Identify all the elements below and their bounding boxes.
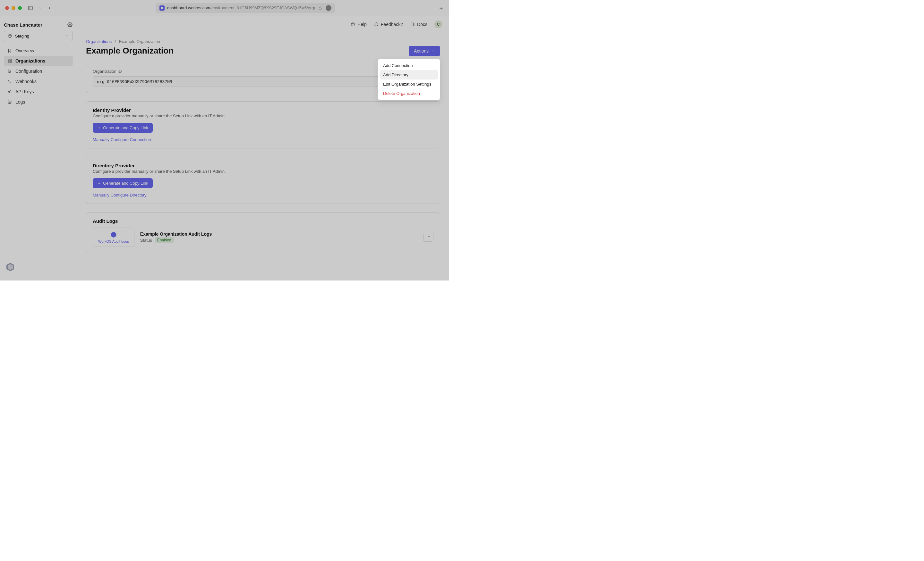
browser-chrome: dashboard.workos.com/environment_01G5H99… (0, 0, 449, 16)
environment-select[interactable]: Staging (4, 31, 73, 41)
terminal-icon (7, 79, 12, 84)
identity-subtitle: Configure a provider manually or share t… (93, 114, 434, 118)
sidebar-toggle-icon[interactable] (28, 5, 33, 11)
dropdown-delete-org[interactable]: Delete Organization (380, 89, 438, 98)
svg-point-25 (428, 236, 429, 237)
bookmark-icon (7, 48, 12, 53)
url-bar[interactable]: dashboard.workos.com/environment_01G5H99… (52, 3, 438, 13)
grid-icon (7, 58, 12, 63)
actions-button[interactable]: Actions (409, 46, 440, 56)
book-icon (410, 22, 415, 27)
chevron-down-icon (431, 49, 435, 53)
environment-label: Staging (15, 34, 29, 39)
sidebar-item-label: API Keys (15, 89, 34, 94)
lock-icon (317, 5, 323, 11)
sidebar-item-organizations[interactable]: Organizations (4, 56, 73, 66)
svg-point-3 (69, 24, 70, 25)
chevron-down-icon[interactable] (37, 5, 43, 11)
main: Help Feedback? Docs C Organizations / Ex… (77, 16, 449, 280)
directory-generate-link-button[interactable]: Generate and Copy Link (93, 178, 153, 188)
key-icon (7, 89, 12, 94)
breadcrumb: Organizations / Example Organization (86, 39, 440, 44)
svg-rect-2 (319, 8, 321, 9)
svg-point-19 (353, 25, 353, 25)
audit-entity-title: Example Organization Audit Logs (140, 232, 212, 236)
avatar[interactable]: C (434, 21, 442, 28)
audit-logs-card: Audit Logs WorkOS Audit Logs Example Org… (86, 212, 440, 254)
breadcrumb-root[interactable]: Organizations (86, 39, 112, 44)
workos-logo-icon (110, 231, 117, 238)
directory-provider-card: Directory Provider Configure a provider … (86, 157, 440, 204)
dropdown-add-connection[interactable]: Add Connection (380, 61, 438, 70)
audit-logs-title: Audit Logs (93, 218, 434, 224)
gear-icon[interactable] (67, 22, 73, 28)
actions-dropdown: Add Connection Add Directory Edit Organi… (378, 59, 440, 100)
help-icon (350, 22, 356, 27)
identity-manual-link[interactable]: Manually Configure Connection (93, 137, 151, 142)
chevron-down-icon (66, 34, 69, 39)
database-icon (7, 99, 12, 105)
svg-point-24 (427, 236, 428, 237)
window-close-icon[interactable] (5, 6, 9, 10)
svg-rect-6 (10, 59, 11, 61)
audit-logo-label: WorkOS Audit Logs (98, 239, 129, 243)
sidebar-item-label: Logs (15, 99, 25, 105)
sidebar-item-webhooks[interactable]: Webhooks (4, 76, 73, 87)
audit-logo-box[interactable]: WorkOS Audit Logs (93, 227, 134, 247)
svg-point-26 (429, 236, 430, 237)
help-link[interactable]: Help (350, 22, 367, 27)
sidebar-item-configuration[interactable]: Configuration (4, 66, 73, 76)
dropdown-add-directory[interactable]: Add Directory (380, 70, 438, 79)
page-title: Example Organization (86, 46, 174, 56)
more-icon[interactable]: … (326, 5, 332, 11)
status-badge: Enabled (154, 237, 174, 243)
sidebar-item-logs[interactable]: Logs (4, 97, 73, 107)
sidebar-item-overview[interactable]: Overview (4, 45, 73, 56)
traffic-lights (5, 6, 22, 10)
directory-manual-link[interactable]: Manually Configure Directory (93, 193, 147, 197)
dropdown-edit-org-settings[interactable]: Edit Organization Settings (380, 79, 438, 89)
feedback-icon (374, 22, 379, 27)
back-icon[interactable] (47, 5, 52, 11)
feedback-link[interactable]: Feedback? (374, 22, 403, 27)
directory-subtitle: Configure a provider manually or share t… (93, 169, 434, 174)
breadcrumb-current: Example Organization (119, 39, 160, 44)
sidebar-item-label: Overview (15, 48, 34, 53)
workspace-name: Chase Lancaster (4, 22, 42, 28)
cube-icon (8, 33, 12, 39)
svg-rect-8 (10, 61, 11, 63)
window-minimize-icon[interactable] (12, 6, 15, 10)
svg-rect-7 (8, 61, 9, 63)
kebab-menu-icon[interactable] (423, 233, 434, 242)
sidebar-item-label: Configuration (15, 69, 42, 74)
directory-title: Directory Provider (93, 163, 434, 168)
audit-status-label: Status (140, 238, 152, 243)
chrome-left-controls (28, 5, 52, 11)
identity-provider-card: Identity Provider Configure a provider m… (86, 101, 440, 148)
identity-title: Identity Provider (93, 108, 434, 113)
svg-rect-5 (8, 59, 9, 61)
docs-link[interactable]: Docs (410, 22, 428, 27)
identity-generate-link-button[interactable]: Generate and Copy Link (93, 123, 153, 133)
sidebar-item-label: Webhooks (15, 79, 37, 84)
sidebar: Chase Lancaster Staging Overview Organiz… (0, 16, 77, 280)
svg-point-17 (8, 100, 11, 101)
sidebar-item-label: Organizations (15, 58, 45, 63)
new-tab-icon[interactable]: ＋ (438, 4, 444, 12)
sidebar-item-api-keys[interactable]: API Keys (4, 87, 73, 97)
url-text: dashboard.workos.com/environment_01G5H99… (167, 6, 315, 10)
workos-logo-icon (5, 268, 15, 273)
topbar: Help Feedback? Docs C (77, 16, 449, 33)
window-zoom-icon[interactable] (18, 6, 22, 10)
plus-icon (97, 181, 101, 185)
sliders-icon (7, 69, 12, 74)
plus-icon (97, 126, 101, 130)
svg-rect-0 (28, 6, 32, 10)
site-favicon-icon (159, 6, 165, 10)
